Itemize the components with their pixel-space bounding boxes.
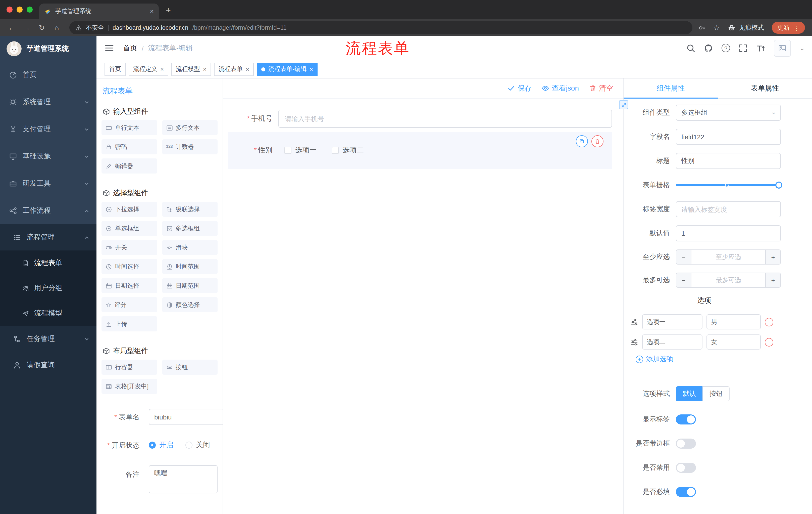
- show-label-switch[interactable]: [676, 414, 696, 425]
- breadcrumb-home[interactable]: 首页: [123, 44, 137, 53]
- gender-option-2[interactable]: 选项二: [331, 146, 364, 155]
- component-type-value[interactable]: [676, 105, 781, 121]
- copy-component-button[interactable]: [576, 135, 588, 147]
- chip-select[interactable]: 下拉选择: [102, 202, 157, 217]
- browser-tab[interactable]: 芋道管理系统 ×: [39, 3, 159, 19]
- option-value-input[interactable]: [706, 334, 761, 350]
- minimize-window-button[interactable]: [17, 6, 23, 12]
- chip-counter[interactable]: 123计数器: [162, 139, 218, 154]
- required-switch[interactable]: [676, 487, 696, 497]
- sidebar-item-user-group[interactable]: 用户分组: [0, 276, 96, 301]
- component-type-select[interactable]: ⌄: [676, 105, 781, 121]
- chip-checkbox-group[interactable]: 多选框组: [162, 221, 218, 236]
- add-option-button[interactable]: + 添加选项: [636, 355, 781, 363]
- zoom-window-button[interactable]: [27, 6, 33, 12]
- option-value-input[interactable]: [706, 314, 761, 329]
- chip-switch[interactable]: 开关: [102, 240, 157, 255]
- clear-button[interactable]: 清空: [589, 84, 613, 93]
- chip-rate[interactable]: ☆评分: [102, 297, 157, 312]
- reload-button[interactable]: ↻: [35, 24, 48, 32]
- link-icon[interactable]: [619, 100, 628, 109]
- sidebar-item-leave-query[interactable]: 请假查询: [0, 352, 96, 378]
- chip-password[interactable]: 密码: [102, 139, 157, 154]
- disabled-switch[interactable]: [676, 463, 696, 473]
- chip-button[interactable]: 按钮: [162, 360, 218, 375]
- sidebar-item-payment[interactable]: 支付管理: [0, 116, 96, 143]
- sidebar-item-process-form[interactable]: 流程表单: [0, 250, 96, 276]
- increase-button[interactable]: +: [765, 250, 780, 264]
- tag-close-icon[interactable]: ×: [246, 65, 249, 73]
- form-remark-textarea[interactable]: 嘿嘿: [149, 465, 218, 493]
- sidebar-item-process-management[interactable]: 流程管理: [0, 224, 96, 250]
- view-json-button[interactable]: 查看json: [542, 84, 579, 93]
- chip-table[interactable]: 表格[开发中]: [102, 379, 157, 394]
- github-icon[interactable]: [704, 44, 713, 53]
- grid-slider[interactable]: [676, 177, 781, 193]
- tag-process-model[interactable]: 流程模型 ×: [171, 63, 211, 76]
- chip-date-range[interactable]: 日期范围: [162, 278, 218, 293]
- chip-editor[interactable]: 编辑器: [102, 158, 157, 173]
- option-name-input[interactable]: [642, 314, 702, 329]
- default-value-input[interactable]: [676, 225, 781, 241]
- remove-option-button[interactable]: −: [765, 338, 773, 346]
- forward-button[interactable]: →: [20, 24, 33, 32]
- field-phone[interactable]: *手机号: [228, 110, 612, 128]
- tag-home[interactable]: 首页: [105, 63, 126, 76]
- option-name-input[interactable]: [642, 334, 702, 350]
- field-name-input[interactable]: [676, 129, 781, 145]
- chip-time-picker[interactable]: 时间选择: [102, 259, 157, 274]
- tag-close-icon[interactable]: ×: [203, 65, 206, 73]
- chip-date-picker[interactable]: 日期选择: [102, 278, 157, 293]
- save-button[interactable]: 保存: [508, 84, 532, 93]
- sidebar-item-workflow[interactable]: 工作流程: [0, 197, 96, 224]
- tag-close-icon[interactable]: ×: [310, 65, 313, 73]
- with-border-switch[interactable]: [676, 438, 696, 449]
- tag-process-definition[interactable]: 流程定义 ×: [128, 63, 168, 76]
- style-button-button[interactable]: 按钮: [702, 386, 730, 401]
- tab-component-props[interactable]: 组件属性: [624, 78, 718, 98]
- drag-handle-icon[interactable]: [631, 318, 638, 326]
- chip-single-line-text[interactable]: 单行文本: [102, 120, 157, 135]
- title-input[interactable]: [676, 153, 781, 169]
- max-select-input[interactable]: [691, 273, 765, 287]
- key-icon[interactable]: [698, 24, 706, 31]
- chip-slider[interactable]: 滑块: [162, 240, 218, 255]
- sidebar-item-task-management[interactable]: 任务管理: [0, 326, 96, 352]
- drag-handle-icon[interactable]: [631, 338, 638, 346]
- decrease-button[interactable]: −: [676, 250, 691, 264]
- help-icon[interactable]: ?: [722, 44, 730, 52]
- form-name-input[interactable]: [149, 409, 223, 425]
- chip-upload[interactable]: 上传: [102, 316, 157, 331]
- browser-menu-icon[interactable]: ⋮: [793, 24, 800, 31]
- tab-close-icon[interactable]: ×: [150, 7, 154, 15]
- chip-cascader[interactable]: 级联选择: [162, 202, 218, 217]
- sidebar-item-infrastructure[interactable]: 基础设施: [0, 143, 96, 170]
- browser-update-button[interactable]: 更新 ⋮: [772, 22, 805, 34]
- tab-form-props[interactable]: 表单属性: [718, 78, 812, 98]
- min-select-input[interactable]: [691, 250, 765, 264]
- chip-radio-group[interactable]: 单选框组: [102, 221, 157, 236]
- sidebar-item-process-model[interactable]: 流程模型: [0, 301, 96, 326]
- font-size-icon[interactable]: [756, 44, 765, 53]
- status-radio-on[interactable]: 开启: [149, 440, 173, 450]
- remove-option-button[interactable]: −: [765, 318, 773, 326]
- search-icon[interactable]: [686, 44, 695, 53]
- new-tab-button[interactable]: +: [166, 5, 171, 16]
- style-default-button[interactable]: 默认: [676, 386, 703, 401]
- gender-option-1[interactable]: 选项一: [284, 146, 317, 155]
- status-radio-off[interactable]: 关闭: [185, 440, 210, 450]
- fullscreen-icon[interactable]: [738, 44, 748, 53]
- chip-color-picker[interactable]: 颜色选择: [162, 297, 218, 312]
- tag-close-icon[interactable]: ×: [160, 65, 164, 73]
- tag-process-form[interactable]: 流程表单 ×: [214, 63, 254, 76]
- bookmark-star-icon[interactable]: ☆: [714, 24, 720, 32]
- label-width-input[interactable]: [676, 201, 781, 217]
- sidebar-item-system[interactable]: 系统管理: [0, 88, 96, 116]
- sidebar-item-devtools[interactable]: 研发工具: [0, 170, 96, 197]
- delete-component-button[interactable]: [591, 135, 604, 147]
- menu-fold-icon[interactable]: [105, 43, 114, 53]
- phone-input[interactable]: [279, 110, 612, 128]
- address-bar[interactable]: 不安全 dashboard.yudao.iocoder.cn/bpm/manag…: [69, 21, 692, 34]
- chip-textarea[interactable]: 多行文本: [162, 120, 218, 135]
- home-button[interactable]: ⌂: [50, 24, 63, 32]
